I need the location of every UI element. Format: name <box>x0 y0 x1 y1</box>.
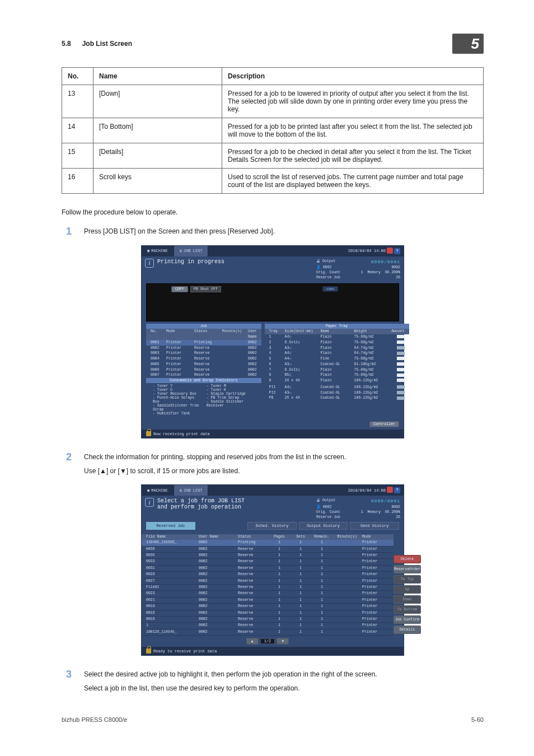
job-tab-header: Job <box>146 324 261 329</box>
page-up-button[interactable]: ▲ <box>246 638 259 645</box>
tab-output-history[interactable]: Output History <box>299 522 348 530</box>
power-icon[interactable] <box>387 248 393 254</box>
help-icon[interactable]: ? <box>394 248 400 254</box>
table-row: 13[Down]Pressed for a job to be lowered … <box>62 85 484 118</box>
screenshot-1: ▣MACHINE ≣JOB LIST 2010/04/04 14:00 ? i … <box>141 245 404 438</box>
feature-table: No. Name Description 13[Down]Pressed for… <box>62 67 484 194</box>
reserved-job-row[interactable]: 00210002Reserve111Printer <box>142 598 394 604</box>
reserve-order-button[interactable]: ReserveOrder <box>394 565 421 573</box>
reserved-job-row[interactable]: File010002Reserve111Printer <box>142 585 394 591</box>
job-row[interactable]: 0003PrinterReserve0002 <box>146 351 261 356</box>
pb-shut-off-button[interactable]: PB Shut Off <box>190 286 221 292</box>
step-number: 3 <box>62 669 72 680</box>
reserved-job-row[interactable]: 00190002Reserve111Printer <box>142 604 394 610</box>
tray-row[interactable]: 28.5x11▯Plain75-80g/m2 <box>265 340 409 346</box>
chapter-badge: 5 <box>452 34 484 54</box>
datetime: 2010/04/04 14:00 <box>348 488 386 493</box>
job-row[interactable]: 0004PrinterReserve0002 <box>146 356 261 362</box>
tray-row[interactable]: 1A4▯Plain75-80g/m2 <box>265 334 409 340</box>
status-text: Ready to receive print data <box>153 649 217 654</box>
job-row[interactable]: 0001PrinterPrinting0002 <box>146 340 261 346</box>
reserved-job-row[interactable]: 10002Reserve111Printer <box>142 623 394 629</box>
job-row[interactable]: 0006PrinterReserve0002 <box>146 367 261 373</box>
screen-title: Select a job from JOB LIST and perform j… <box>157 498 245 510</box>
up-button[interactable]: Up <box>394 585 421 594</box>
power-icon[interactable] <box>387 487 393 493</box>
pi-row[interactable]: PI2A3▭Coated-GL106-135g/m2 <box>265 390 409 396</box>
copy-button[interactable]: COPY <box>171 286 188 292</box>
tray-row[interactable]: 92X x 4XPlain106-135g/m2 <box>265 378 409 384</box>
table-row: 14[To Bottom]Pressed for a job to be pri… <box>62 118 484 143</box>
reserved-job-row[interactable]: 00310002Reserve111Printer <box>142 566 394 572</box>
step-text: Check the information for printing, stop… <box>84 452 484 477</box>
table-row: 15[Details]Pressed for a job to be check… <box>62 143 484 169</box>
status-meters: 🖨 Output0000/0001 👤 00020002 Orig. Count… <box>316 498 400 519</box>
reserved-job-row[interactable]: 110405_155503_0002Printing111Printer <box>142 540 394 546</box>
tray-row[interactable]: 5A4▭Fine75-80g/m2 <box>265 356 409 362</box>
status-meters: 🖨 Output0000/0001 👤 00020002 Orig. Count… <box>316 259 400 280</box>
consumable-item: - Saddle Stitcher Receiver <box>207 400 255 408</box>
consumable-item: - SaddleStitcher Trim Scrap <box>153 404 201 412</box>
consumable-item: - PB Trim Scrap <box>207 396 255 400</box>
reserved-job-row[interactable]: 00270002Reserve111Printer <box>142 578 394 585</box>
datetime: 2010/04/04 14:00 <box>348 249 386 253</box>
screenshot-2: ▣MACHINE ≣JOB LIST 2010/04/04 14:00 ? i … <box>141 484 404 656</box>
footer-page: 5-60 <box>471 716 484 723</box>
tab-joblist[interactable]: ≣JOB LIST <box>174 485 209 496</box>
info-icon: i <box>145 259 154 268</box>
reserved-job-row[interactable]: 00330002Reserve111Printer <box>142 559 394 565</box>
paper-tray-header: Paper Tray <box>265 324 409 329</box>
step-number: 1 <box>62 226 72 237</box>
th-desc: Description <box>222 68 484 85</box>
to-top-button[interactable]: To Top <box>394 575 421 584</box>
reserved-job-row[interactable]: 00180002Reserve111Printer <box>142 610 394 617</box>
pi-row[interactable]: PB2X x 4XCoated-GL106-135g/m2 <box>265 395 409 401</box>
reserved-job-row[interactable]: 00160002Reserve111Printer <box>142 617 394 623</box>
status-text: Now receiving print data <box>153 432 210 436</box>
tab-joblist[interactable]: ≣JOB LIST <box>174 246 209 256</box>
page-down-button[interactable]: ▼ <box>277 638 289 645</box>
job-row[interactable]: 0005PrinterReserve0002 <box>146 362 261 367</box>
meter-value: 100% <box>322 286 338 292</box>
job-row[interactable]: 0007PrinterReserve0002 <box>146 372 261 378</box>
delete-button[interactable]: Delete <box>394 555 421 563</box>
tray-row[interactable]: 8B5▯Plain75-80g/m2 <box>265 372 409 378</box>
consumable-item: - Toner K <box>207 388 255 392</box>
lock-icon <box>146 648 151 654</box>
tray-row[interactable]: 6A3▭Coated-GL81-105g/m2 <box>265 362 409 367</box>
tab-machine[interactable]: ▣MACHINE <box>142 246 174 256</box>
job-row[interactable]: 0002PrinterReserve0002 <box>146 346 261 351</box>
tray-row[interactable]: 4A4▯Plain64-74g/m2 <box>265 351 409 356</box>
tab-sched-history[interactable]: Sched. History <box>247 522 297 530</box>
lead-text: Follow the procedure below to operate. <box>62 208 484 216</box>
reserved-job-row[interactable]: 00350002Reserve111Printer <box>142 553 394 559</box>
list-icon: ≣ <box>180 249 182 253</box>
down-button[interactable]: Down <box>394 595 421 604</box>
tray-row[interactable]: 78.5x11▯Plain75-80g/m2 <box>265 367 409 373</box>
details-button[interactable]: Details <box>394 626 421 634</box>
tray-row[interactable]: 3A3▭Plain64-74g/m2 <box>265 346 409 351</box>
tab-machine[interactable]: ▣MACHINE <box>142 485 174 496</box>
page-indicator: 1/2 <box>260 638 275 644</box>
tab-send-history[interactable]: Send History <box>350 522 399 530</box>
job-confirm-button[interactable]: Job Confirm <box>394 615 421 624</box>
reserved-job-row[interactable]: 00360002Reserve111Printer <box>142 547 394 553</box>
footer-product: bizhub PRESS C8000/e <box>62 716 127 723</box>
consumable-item: - Staple Cartridge <box>207 392 255 396</box>
step-text: Press [JOB LIST] on the Screen and then … <box>84 226 484 237</box>
reserved-job-row[interactable]: 100128_114545_0002Reserve111Printer <box>142 629 394 636</box>
th-name: Name <box>93 68 222 85</box>
help-icon[interactable]: ? <box>394 487 400 493</box>
consumable-item: - Toner Y <box>153 384 201 388</box>
machine-icon: ▣ <box>147 249 149 253</box>
pi-row[interactable]: PI1A4▯Coated-GL106-135g/m2 <box>265 385 409 390</box>
table-row: 16Scroll keysUsed to scroll the list of … <box>62 169 484 194</box>
reserved-job-row[interactable]: 00290002Reserve111Printer <box>142 572 394 578</box>
controller-button[interactable]: Controller <box>369 421 399 427</box>
reserved-job-row[interactable]: 00230002Reserve111Printer <box>142 591 394 597</box>
consumable-item: - Punch-Hole Scraps Box <box>153 396 201 404</box>
to-bottom-button[interactable]: To Bottom <box>394 605 421 614</box>
th-no: No. <box>62 68 93 85</box>
consumable-item: - Humidifier Tank <box>153 412 201 416</box>
tab-reserved-job[interactable]: Reserved Job <box>146 522 195 530</box>
